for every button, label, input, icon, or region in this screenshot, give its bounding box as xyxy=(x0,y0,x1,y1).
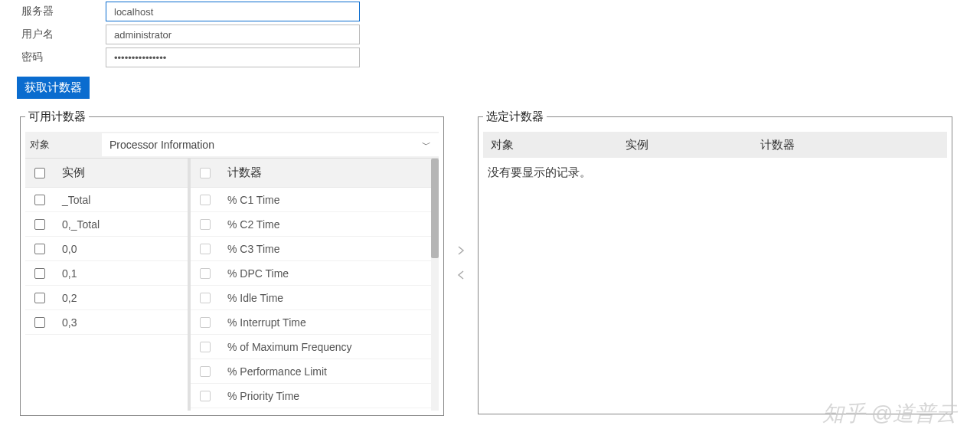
instance-row[interactable]: 0,3 xyxy=(25,310,188,335)
counter-checkbox[interactable] xyxy=(200,219,211,230)
counter-row[interactable]: % C2 Time xyxy=(191,212,439,237)
counter-header: 计数器 xyxy=(227,165,262,180)
selected-col-object: 对象 xyxy=(491,138,626,152)
counter-label: % of Maximum Frequency xyxy=(227,341,352,353)
instance-checkbox[interactable] xyxy=(34,244,45,254)
counter-checkbox[interactable] xyxy=(200,366,211,377)
server-label: 服务器 xyxy=(21,5,106,18)
counter-row[interactable]: % Performance Limit xyxy=(191,359,439,384)
instance-row[interactable]: 0,2 xyxy=(25,286,188,310)
selected-empty-message: 没有要显示的记录。 xyxy=(483,158,947,180)
instance-checkbox[interactable] xyxy=(34,195,45,205)
counter-row[interactable]: % C3 Time xyxy=(191,237,439,261)
add-to-selected-button[interactable] xyxy=(454,244,468,257)
arrow-right-icon xyxy=(456,246,466,255)
counter-row[interactable]: % DPC Time xyxy=(191,261,439,286)
instance-label: 0,0 xyxy=(62,243,77,255)
counter-checkbox[interactable] xyxy=(200,293,211,303)
counter-row[interactable]: % C1 Time xyxy=(191,188,439,212)
counter-label: % C3 Time xyxy=(227,243,279,255)
counter-select-all-checkbox[interactable] xyxy=(200,168,211,178)
counter-row[interactable]: % Idle Time xyxy=(191,286,439,310)
counter-label: % C2 Time xyxy=(227,218,279,231)
counter-row[interactable]: % Interrupt Time xyxy=(191,310,439,335)
counter-label: % Priority Time xyxy=(227,390,299,402)
counter-label: % Interrupt Time xyxy=(227,316,306,329)
object-label: 对象 xyxy=(25,138,102,152)
counter-checkbox[interactable] xyxy=(200,342,211,352)
counter-label: % Performance Limit xyxy=(227,365,327,378)
instance-label: 0,2 xyxy=(62,292,77,304)
instance-checkbox[interactable] xyxy=(34,317,45,328)
counter-checkbox[interactable] xyxy=(200,268,211,279)
counter-checkbox[interactable] xyxy=(200,317,211,328)
object-select-value: Processor Information xyxy=(109,139,214,151)
arrow-left-icon xyxy=(456,270,466,280)
server-input[interactable] xyxy=(106,2,360,21)
counter-checkbox[interactable] xyxy=(200,195,211,205)
instance-row[interactable]: 0,0 xyxy=(25,237,188,261)
counters-scrollbar[interactable] xyxy=(431,159,439,411)
counter-row[interactable]: % Priority Time xyxy=(191,384,439,408)
instance-checkbox[interactable] xyxy=(34,268,45,279)
instance-label: 0,_Total xyxy=(62,218,100,231)
available-legend: 可用计数器 xyxy=(25,110,89,124)
selected-col-counter: 计数器 xyxy=(760,138,895,152)
counter-label: % C1 Time xyxy=(227,194,279,206)
counter-label: % DPC Time xyxy=(227,267,289,280)
selected-col-instance: 实例 xyxy=(626,138,760,152)
available-counters-panel: 可用计数器 对象 Processor Information ﹀ 实例 _Tot… xyxy=(20,110,444,416)
counter-checkbox[interactable] xyxy=(200,391,211,401)
instance-label: 0,3 xyxy=(62,316,77,329)
password-label: 密码 xyxy=(21,51,106,64)
counters-scrollbar-thumb[interactable] xyxy=(431,159,439,258)
instance-checkbox[interactable] xyxy=(34,219,45,230)
instance-label: _Total xyxy=(62,194,90,206)
selected-counters-panel: 选定计数器 对象 实例 计数器 没有要显示的记录。 xyxy=(478,110,952,414)
instance-select-all-checkbox[interactable] xyxy=(34,168,45,178)
instance-label: 0,1 xyxy=(62,267,77,280)
object-select[interactable]: Processor Information ﹀ xyxy=(102,133,439,156)
instance-row[interactable]: _Total xyxy=(25,188,188,212)
fetch-counters-button[interactable]: 获取计数器 xyxy=(17,77,90,99)
instance-row[interactable]: 0,_Total xyxy=(25,212,188,237)
counter-label: % Idle Time xyxy=(227,292,283,304)
counter-checkbox[interactable] xyxy=(200,244,211,254)
chevron-down-icon: ﹀ xyxy=(422,139,431,152)
instance-checkbox[interactable] xyxy=(34,293,45,303)
username-input[interactable] xyxy=(106,25,360,44)
counter-row[interactable]: % of Maximum Frequency xyxy=(191,335,439,359)
password-input[interactable] xyxy=(106,47,360,67)
remove-from-selected-button[interactable] xyxy=(454,268,468,282)
selected-legend: 选定计数器 xyxy=(483,110,547,124)
instance-row[interactable]: 0,1 xyxy=(25,261,188,286)
username-label: 用户名 xyxy=(21,28,106,41)
instance-header: 实例 xyxy=(62,165,85,180)
